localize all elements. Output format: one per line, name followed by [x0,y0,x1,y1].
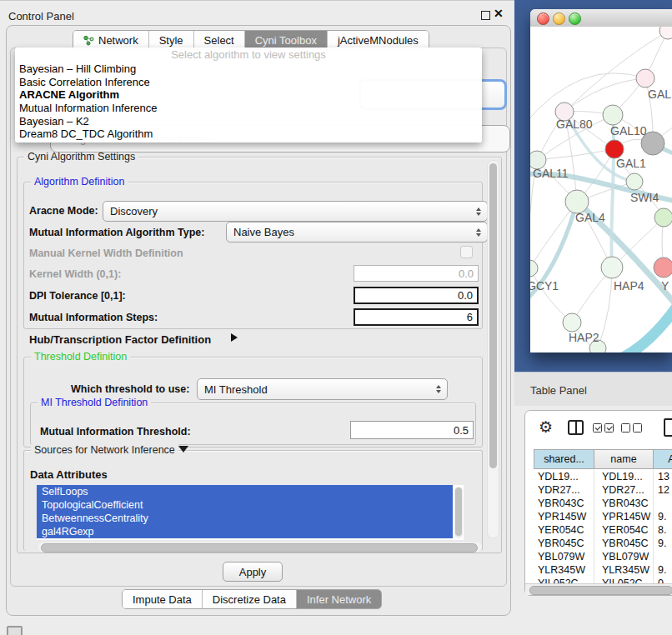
column-header-clipped[interactable]: A [654,449,672,469]
checked-box-icon[interactable] [593,423,602,432]
table-row[interactable]: YBR045CYBR045C9. [534,537,672,550]
close-icon[interactable]: ✕ [494,7,504,20]
table-row[interactable]: YPR145WYPR145W9. [534,510,672,523]
network-window-titlebar[interactable] [530,9,672,28]
node-label-gal1: GAL1 [616,157,646,170]
checked-box-icon[interactable] [604,423,614,432]
dropdown-item-bayesian-hill-climbing[interactable]: Bayesian – Hill Climbing [15,62,482,76]
mi-type-combo[interactable]: Naive Bayes [226,222,488,242]
float-window-icon[interactable] [481,11,490,20]
table-cell: YBR043C [534,497,594,510]
control-panel-titlebar: Control Panel ✕ [0,0,515,26]
expand-right-icon[interactable] [231,333,238,342]
dropdown-item-dream8-dc-tdc-algorithm[interactable]: Dream8 DC_TDC Algorithm [15,128,482,141]
network-node[interactable] [565,190,589,213]
network-canvas[interactable]: GALGAL80GAL10GAL1GAL11SWI4GAL4GCY1HAP4YH… [530,27,672,352]
dropdown-item-aracne-algorithm[interactable]: ARACNE Algorithm [15,88,482,102]
manual-kernel-checkbox[interactable] [460,246,473,258]
tab-cyni-toolbox[interactable]: Cyni Toolbox [244,31,327,49]
data-attributes-list[interactable]: SelfLoopsTopologicalCoefficientBetweenne… [37,485,464,540]
table-row[interactable]: YBL079WYBL079W [534,550,672,563]
unchecked-box-icon[interactable] [633,423,642,432]
unchecked-box-icon[interactable] [621,423,630,432]
table-row[interactable]: YDR27...YDR27...12 [534,483,672,497]
network-node[interactable] [563,313,581,332]
bottom-tab-infer-network[interactable]: Infer Network [296,590,381,608]
table-cell: 8. [654,523,672,537]
dropdown-item-mutual-information-inference[interactable]: Mutual Information Inference [15,102,482,115]
attribute-item-betweennesscentrality[interactable]: BetweennessCentrality [37,512,453,525]
attribute-item-gal4rgexp[interactable]: gal4RGexp [37,525,453,538]
aracne-mode-label: Aracne Mode: [29,205,98,217]
bottom-tab-discretize-data[interactable]: Discretize Data [202,590,296,608]
corner-chip-icon[interactable] [7,626,23,635]
network-icon [83,35,94,46]
tab-network[interactable]: Network [73,31,148,49]
node-label-y: Y [661,279,669,292]
table-cell: YLR345W [594,563,654,577]
network-node[interactable] [603,105,623,125]
scrollbar-thumb[interactable] [489,163,497,468]
node-label-gal10: GAL10 [610,124,647,138]
network-node[interactable] [654,258,672,278]
table-horizontal-scrollbar[interactable] [525,583,672,595]
column-header-name[interactable]: name [594,449,654,469]
settings-horizontal-scrollbar[interactable] [38,542,482,552]
table-row[interactable]: YER054CYER054C8. [534,523,672,537]
dpi-tolerance-field[interactable]: 0.0 [354,287,479,304]
attributes-scrollbar[interactable] [454,487,463,538]
column-header-shared-name[interactable]: shared... [534,449,594,469]
file-icon[interactable] [664,418,672,437]
algorithm-definition-title: Algorithm Definition [31,176,128,188]
tab-select[interactable]: Select [193,31,244,49]
network-node[interactable] [530,260,538,277]
table-cell: 9. [654,537,672,550]
node-label-gal: GAL [648,88,671,101]
network-node[interactable] [659,27,672,39]
tab-label: Impute Data [133,593,192,606]
table-header-row: shared... name A [534,449,672,469]
table-cell: YBR043C [594,497,654,510]
settings-vertical-scrollbar[interactable] [487,160,499,538]
network-window[interactable]: GALGAL80GAL10GAL1GAL11SWI4GAL4GCY1HAP4YH… [530,9,672,352]
hub-section-label[interactable]: Hub/Transcription Factor Definition [29,333,211,346]
attribute-item-selfloops[interactable]: SelfLoops [37,485,453,498]
network-node[interactable] [626,173,643,190]
network-node[interactable] [601,257,623,278]
which-threshold-combo[interactable]: MI Threshold [197,378,448,400]
scrollbar-thumb[interactable] [41,543,478,552]
gear-icon[interactable]: ⚙ [539,418,553,437]
scrollbar-thumb[interactable] [455,488,462,536]
table-cell: YBL079W [534,550,594,563]
algorithm-dropdown-items: Bayesian – Hill ClimbingBasic Correlatio… [15,62,482,141]
table-cell: YER054C [534,523,594,537]
apply-button[interactable]: Apply [223,562,283,582]
table-row[interactable]: YBR043CYBR043C [534,497,672,510]
aracne-mode-combo[interactable]: Discovery [103,201,488,222]
dropdown-item-basic-correlation-inference[interactable]: Basic Correlation Inference [15,76,482,89]
mi-threshold-field[interactable]: 0.5 [350,421,474,439]
table-cell: YBL079W [594,550,654,563]
node-label-gcy1: GCY1 [530,279,559,292]
sources-title[interactable]: Sources for Network Inference [31,444,178,456]
tab-style[interactable]: Style [148,31,193,49]
scrollbar-thumb[interactable] [529,586,672,595]
close-traffic-light-icon[interactable] [537,12,549,25]
network-nodes[interactable] [530,27,672,352]
tab-jactivemnodules[interactable]: jActiveMNodules [327,31,429,49]
dropdown-item-bayesian-k2[interactable]: Bayesian – K2 [15,115,482,128]
network-node[interactable] [636,69,654,88]
zoom-traffic-light-icon[interactable] [569,12,581,25]
attribute-item-topologicalcoefficient[interactable]: TopologicalCoefficient [37,498,453,512]
minimize-traffic-light-icon[interactable] [553,12,565,25]
collapse-down-icon[interactable] [178,446,188,452]
split-columns-icon[interactable] [568,420,584,435]
table-row[interactable]: YLR345WYLR345W9. [534,563,672,577]
mi-steps-field[interactable]: 6 [354,308,479,326]
network-node[interactable] [605,140,624,158]
combo-arrows-icon [476,208,481,216]
kernel-width-field[interactable]: 0.0 [354,265,479,282]
network-node[interactable] [654,208,672,227]
table-row[interactable]: YDL19...YDL19...13 [534,470,672,483]
bottom-tab-impute-data[interactable]: Impute Data [123,590,202,608]
